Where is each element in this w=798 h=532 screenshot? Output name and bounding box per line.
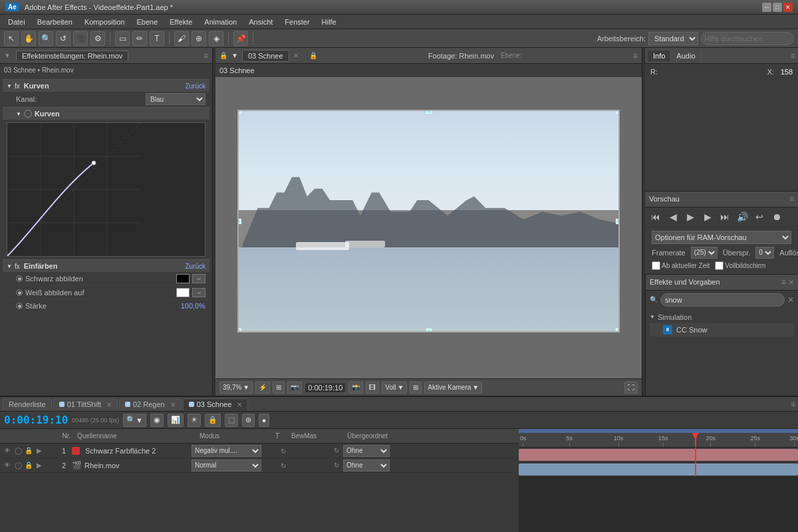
tl-graph-btn[interactable]: 📊 [168, 414, 184, 427]
view-btn[interactable]: ⊞ [410, 382, 422, 394]
effect-settings-tab[interactable]: Effekteinstellungen: Rhein.mov [16, 51, 128, 61]
fast-preview-btn[interactable]: ⚡ [255, 382, 270, 394]
comp-tab-schnee[interactable]: 03 Schnee [242, 50, 289, 62]
preview-first[interactable]: ⏮ [649, 210, 662, 223]
handle-tr[interactable] [616, 110, 620, 114]
tool-pin[interactable]: 📌 [233, 31, 248, 46]
layer-1-parent-select[interactable]: Ohne [343, 445, 390, 457]
comp-menu-icon[interactable]: ▼ [231, 52, 238, 59]
layer-1-cycle[interactable]: ↻ [281, 448, 286, 455]
kurven-header[interactable]: ▼ fx Kurven Zurück [3, 79, 209, 92]
tl-markers-btn[interactable]: ◉ [150, 414, 164, 427]
comp-timecode[interactable]: 0:00:19:10 [305, 382, 346, 393]
schwarz-icon[interactable]: ↔ [192, 274, 205, 283]
camera-view-btn[interactable]: Aktive Kamera ▼ [424, 382, 482, 394]
preview-record[interactable]: ⏺ [770, 210, 783, 223]
handle-tl[interactable] [237, 110, 241, 114]
maximize-button[interactable]: □ [773, 3, 782, 12]
layer-2-solo[interactable]: ◯ [13, 461, 23, 470]
tl-search-btn[interactable]: 🔍 ▼ [123, 414, 146, 427]
grid-btn[interactable]: ⊞ [273, 382, 285, 394]
schwarz-anim-dot[interactable] [16, 275, 23, 282]
tl-tab-schnee-close[interactable]: ✕ [237, 401, 242, 408]
camera-btn[interactable]: 📷 [287, 382, 302, 394]
tl-motion-blur-btn[interactable]: ⊛ [242, 414, 255, 427]
tool-select[interactable]: ↖ [4, 31, 19, 46]
tool-rect[interactable]: ▭ [115, 31, 130, 46]
effects-search-clear[interactable]: ✕ [787, 295, 794, 305]
tab-audio[interactable]: Audio [671, 51, 701, 61]
menu-fenster[interactable]: Fenster [279, 17, 315, 27]
preview-prev-frame[interactable]: ◀ [666, 210, 680, 223]
preview-last[interactable]: ⏭ [718, 210, 732, 223]
preview-play[interactable]: ▶ [684, 210, 697, 223]
tool-rotate[interactable]: ↺ [56, 31, 70, 46]
menu-ansicht[interactable]: Ansicht [243, 17, 278, 27]
tool-brush[interactable]: 🖌 [174, 31, 189, 46]
tl-timecode[interactable]: 0:00:19:10 [4, 414, 68, 426]
weiss-color-swatch[interactable] [176, 288, 190, 297]
tl-tab-regen-close[interactable]: ✕ [170, 401, 176, 408]
layer-2-cycle[interactable]: ↻ [281, 462, 286, 469]
tl-playhead[interactable] [695, 433, 696, 447]
help-search[interactable] [701, 32, 794, 45]
workspace-select[interactable]: Standard [648, 32, 698, 45]
kurven-sub-header[interactable]: ▼ Kurven [3, 107, 209, 120]
tool-eraser[interactable]: ◈ [209, 31, 223, 46]
kurven-anim-dot[interactable] [24, 110, 32, 118]
zoom-btn[interactable]: 39,7% ▼ [219, 382, 253, 394]
panel-menu-icon[interactable]: ≡ [203, 51, 208, 61]
effects-search-input[interactable] [660, 293, 785, 307]
tab-info[interactable]: Info [648, 51, 671, 61]
schwarz-color-swatch[interactable] [176, 274, 190, 283]
minimize-button[interactable]: ─ [762, 3, 771, 12]
kurven-reset[interactable]: Zurück [185, 82, 205, 90]
channels-btn[interactable]: 🎞 [366, 382, 379, 394]
tool-zoom[interactable]: 🔍 [39, 31, 53, 46]
einfarben-header[interactable]: ▼ fx Einfärben Zurück [3, 259, 209, 272]
menu-datei[interactable]: Datei [3, 17, 31, 27]
tool-camera-pan[interactable]: 🎥 [73, 31, 88, 46]
tl-solo-btn[interactable]: ☀ [188, 414, 201, 427]
tool-hand[interactable]: ✋ [21, 31, 36, 46]
snapshot-btn[interactable]: 📸 [348, 382, 363, 394]
layer-1-mode[interactable]: Negativ mul.... [192, 445, 265, 457]
cb-aktuell-label[interactable]: Ab aktueller Zeit [652, 261, 710, 270]
comp-close-x[interactable]: ✕ [293, 52, 299, 59]
track-layer-1[interactable] [519, 448, 798, 462]
cb-aktuell[interactable] [652, 261, 660, 270]
handle-ml[interactable] [237, 219, 241, 224]
layer-1-solo[interactable]: ◯ [13, 446, 23, 456]
layer-2-mode[interactable]: Normal [192, 460, 265, 471]
handle-br[interactable] [616, 329, 620, 332]
layer-1-eye[interactable]: 👁 [3, 446, 12, 456]
tl-draft-btn[interactable]: ⬚ [225, 414, 238, 427]
table-row[interactable]: 👁 ◯ 🔒 ▶ 1 Schwarz Farbfläche 2 Negativ m… [0, 444, 519, 458]
preview-loop[interactable]: ↩ [753, 210, 766, 223]
tl-lock-btn[interactable]: 🔒 [205, 414, 221, 427]
handle-bm[interactable] [426, 329, 432, 332]
layer-1-parent-cycle[interactable]: ↻ [334, 447, 339, 454]
preview-next-frame[interactable]: ▶ [701, 210, 714, 223]
effects-panel-close[interactable]: ✕ [789, 279, 794, 286]
comp-view[interactable]: 03 Schnee [215, 64, 642, 378]
tool-clone[interactable]: ⊕ [192, 31, 206, 46]
menu-komposition[interactable]: Komposition [79, 17, 130, 27]
tool-settings[interactable]: ⚙ [90, 31, 105, 46]
layer-2-parent-cycle[interactable]: ↻ [334, 462, 339, 469]
layer-2-lock[interactable]: 🔒 [24, 461, 33, 470]
menu-bearbeiten[interactable]: Bearbeiten [32, 17, 78, 27]
cc-snow-item[interactable]: 8 CC Snow [650, 323, 794, 336]
simulation-category[interactable]: ▼ Simulation [650, 312, 794, 323]
starke-anim-dot[interactable] [16, 303, 23, 309]
framerate-select[interactable]: (25) [691, 247, 718, 259]
handle-bl[interactable] [237, 329, 241, 332]
layer-2-eye[interactable]: 👁 [3, 461, 12, 470]
effects-panel-menu[interactable]: ≡ [781, 277, 786, 287]
timeline-panel-menu[interactable]: ≡ [791, 400, 795, 409]
menu-animation[interactable]: Animation [199, 17, 242, 27]
tl-render-btn[interactable]: ● [259, 414, 270, 427]
tl-tab-tiltshift-close[interactable]: ✕ [106, 401, 112, 408]
einfarben-reset[interactable]: Zurück [185, 263, 205, 270]
handle-tm[interactable] [426, 110, 432, 114]
